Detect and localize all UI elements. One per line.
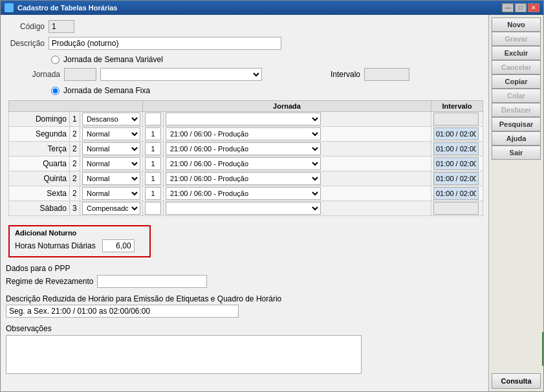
horas-noturnas-label: Horas Noturnas Diárias [15, 241, 96, 250]
regime-input[interactable] [97, 275, 207, 288]
main-window: Cadastro de Tabelas Horárias — □ ✕ Códig… [0, 0, 544, 392]
regime-row: Regime de Revezamento [6, 275, 483, 288]
desfazer-button: Desfazer [492, 103, 541, 117]
observacoes-section: Observações [6, 324, 483, 374]
adicional-title: Adicional Noturno [15, 229, 144, 237]
col-jornada-header: Jornada [142, 101, 431, 112]
col-intervalo-header: Intervalo [431, 101, 483, 112]
jornada-variavel-radio[interactable] [51, 56, 60, 64]
sidebar: NovoGravarExcluirCancelarCopiarColarDesf… [488, 15, 543, 391]
novo-button[interactable]: Novo [492, 17, 541, 32]
colar-button: Colar [492, 89, 541, 103]
day-num-2: 2 [69, 142, 80, 157]
window-controls: — □ ✕ [502, 3, 539, 12]
jornada-select-2[interactable]: 21:00 / 06:00 - Produção [166, 142, 321, 155]
intervalo-input-1[interactable] [433, 127, 479, 140]
tipo-select-0[interactable]: Descanso [82, 113, 140, 125]
adicional-section: Adicional Noturno Horas Noturnas Diárias [6, 223, 483, 257]
window-title: Cadastro de Tabelas Horárias [17, 4, 117, 12]
seq-input-4[interactable] [145, 172, 161, 185]
schedule-row-quinta: Quinta2Normal21:00 / 06:00 - Produção [9, 171, 483, 186]
descricao-row: Descrição [6, 37, 483, 50]
intervalo-input-4[interactable] [433, 172, 479, 185]
cancelar-button: Cancelar [492, 60, 541, 74]
jornada-select-3[interactable]: 21:00 / 06:00 - Produção [166, 157, 321, 170]
jornada-fixa-radio[interactable] [51, 87, 60, 95]
descricao-input[interactable] [49, 37, 281, 50]
intervalo-input-0[interactable] [433, 113, 479, 125]
jornada-variavel-radio-row: Jornada de Semana Variável [6, 55, 483, 64]
horas-noturnas-input[interactable] [102, 239, 135, 252]
seq-input-1[interactable] [145, 127, 161, 140]
main-panel: Código Descrição Jornada de Semana Variá… [1, 15, 488, 391]
schedule-row-segunda: Segunda2Normal21:00 / 06:00 - Produção [9, 127, 483, 142]
excluir-button[interactable]: Excluir [492, 46, 541, 60]
jornada-label: Jornada [21, 70, 60, 79]
sidebar-buttons: NovoGravarExcluirCancelarCopiarColarDesf… [492, 17, 541, 160]
day-quarta: Quarta [9, 157, 70, 171]
col-dia-header [9, 101, 143, 112]
pesquisar-button[interactable]: Pesquisar [492, 117, 541, 131]
jornada-select[interactable] [100, 68, 262, 81]
seq-input-5[interactable] [145, 187, 161, 200]
seq-input-2[interactable] [145, 142, 161, 155]
schedule-row-terça: Terça2Normal21:00 / 06:00 - Produção [9, 142, 483, 157]
jornada-select-6[interactable] [166, 202, 321, 215]
menu-tab[interactable]: MENU [542, 332, 543, 365]
consulta-button[interactable]: Consulta [492, 373, 541, 389]
maximize-button[interactable]: □ [515, 3, 527, 12]
day-sábado: Sábado [9, 201, 70, 216]
day-num-0: 1 [69, 112, 80, 127]
dados-ppp-section: Dados para o PPP Regime de Revezamento [6, 264, 483, 288]
jornada-select-5[interactable]: 21:00 / 06:00 - Produção [166, 187, 321, 200]
jornada-select-0[interactable] [166, 113, 321, 125]
tipo-select-5[interactable]: Normal [82, 187, 140, 200]
tipo-select-4[interactable]: Normal [82, 172, 140, 185]
seq-input-6[interactable] [145, 202, 161, 215]
tipo-select-1[interactable]: Normal [82, 127, 140, 140]
schedule-row-sexta: Sexta2Normal21:00 / 06:00 - Produção [9, 186, 483, 201]
intervalo-input-5[interactable] [433, 187, 479, 200]
jornada-variavel-label: Jornada de Semana Variável [63, 55, 163, 64]
descricao-reduzida-input[interactable] [6, 305, 239, 318]
day-num-4: 2 [69, 171, 80, 186]
tipo-select-3[interactable]: Normal [82, 157, 140, 170]
day-num-1: 2 [69, 127, 80, 142]
observacoes-box[interactable] [6, 335, 362, 374]
descricao-reduzida-label: Descrição Reduzida de Horário para Emiss… [6, 294, 483, 303]
regime-label: Regime de Revezamento [6, 277, 93, 286]
intervalo-input-3[interactable] [433, 157, 479, 170]
close-button[interactable]: ✕ [528, 3, 539, 12]
adicional-box: Adicional Noturno Horas Noturnas Diárias [8, 225, 151, 257]
schedule-table: Jornada Intervalo Domingo1DescansoSegund… [8, 100, 483, 216]
schedule-section: Jornada Intervalo Domingo1DescansoSegund… [6, 100, 483, 216]
sair-button[interactable]: Sair [492, 146, 541, 160]
jornada-variavel-inputs: Jornada Intervalo [6, 68, 483, 81]
seq-input-3[interactable] [145, 157, 161, 170]
minimize-button[interactable]: — [502, 3, 514, 12]
copiar-button[interactable]: Copiar [492, 74, 541, 89]
intervalo-input-2[interactable] [433, 142, 479, 155]
jornada-code-input[interactable] [64, 68, 96, 81]
day-terça: Terça [9, 142, 70, 157]
codigo-input[interactable] [49, 20, 74, 33]
tipo-select-2[interactable]: Normal [82, 142, 140, 155]
day-sexta: Sexta [9, 186, 70, 201]
day-num-3: 2 [69, 157, 80, 171]
schedule-row-quarta: Quarta2Normal21:00 / 06:00 - Produção [9, 157, 483, 171]
jornada-select-1[interactable]: 21:00 / 06:00 - Produção [166, 127, 321, 140]
intervalo-input-6[interactable] [433, 202, 479, 215]
codigo-row: Código [6, 20, 483, 33]
ajuda-button[interactable]: Ajuda [492, 131, 541, 146]
tipo-select-6[interactable]: Compensado [82, 202, 140, 215]
codigo-label: Código [6, 22, 45, 31]
day-segunda: Segunda [9, 127, 70, 142]
horas-noturnas-row: Horas Noturnas Diárias [15, 239, 144, 252]
seq-input-0[interactable] [145, 113, 161, 125]
intervalo-variavel-input[interactable] [364, 68, 409, 81]
title-bar: Cadastro de Tabelas Horárias — □ ✕ [1, 1, 543, 15]
day-quinta: Quinta [9, 171, 70, 186]
jornada-select-4[interactable]: 21:00 / 06:00 - Produção [166, 172, 321, 185]
schedule-row-sábado: Sábado3Compensado [9, 201, 483, 216]
day-num-6: 3 [69, 201, 80, 216]
